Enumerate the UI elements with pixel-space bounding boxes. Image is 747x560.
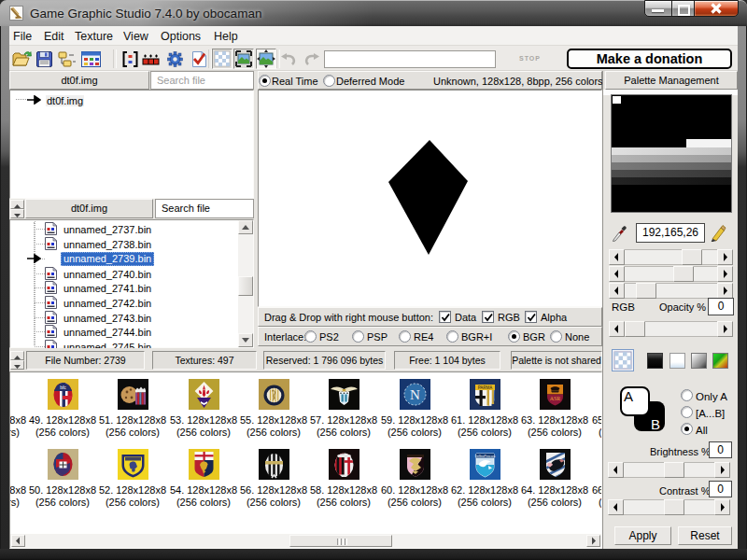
svg-text:DelfinoPescara: DelfinoPescara — [475, 455, 496, 458]
svg-text:N: N — [410, 387, 420, 402]
svg-text:bfc: bfc — [60, 385, 66, 390]
svg-text:ASR: ASR — [550, 396, 561, 401]
svg-text:PARMA: PARMA — [478, 385, 493, 390]
